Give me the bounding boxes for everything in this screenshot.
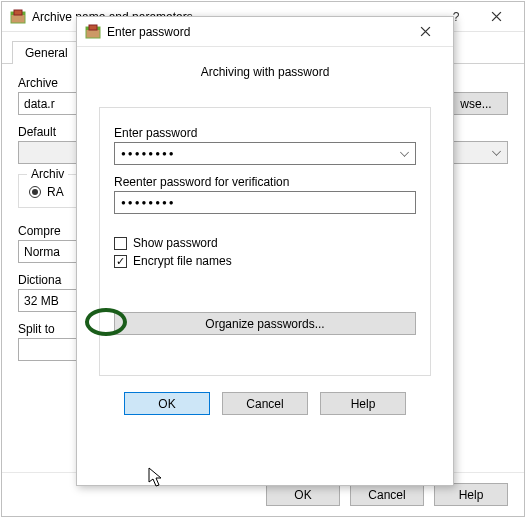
password-dialog: Enter password Archiving with password E…: [76, 16, 454, 486]
reenter-password-label: Reenter password for verification: [114, 175, 416, 189]
encrypt-filenames-checkbox[interactable]: ✓ Encrypt file names: [114, 254, 416, 268]
password-input[interactable]: ●●●●●●●●: [114, 142, 416, 165]
svg-rect-2: [14, 10, 22, 15]
password-group: Enter password ●●●●●●●● Reenter password…: [99, 107, 431, 376]
rar-label: RA: [47, 185, 64, 199]
dialog-titlebar: Enter password: [77, 17, 453, 47]
dialog-cancel-button[interactable]: Cancel: [222, 392, 308, 415]
dialog-help-button[interactable]: Help: [320, 392, 406, 415]
radio-dot-icon: [29, 186, 41, 198]
parent-ok-button[interactable]: OK: [266, 483, 340, 506]
dialog-ok-button[interactable]: OK: [124, 392, 210, 415]
enter-password-label: Enter password: [114, 126, 416, 140]
parent-cancel-button[interactable]: Cancel: [350, 483, 424, 506]
organize-passwords-button[interactable]: Organize passwords...: [114, 312, 416, 335]
winrar-icon: [85, 24, 101, 40]
archive-format-title: Archiv: [27, 167, 68, 181]
dialog-title: Enter password: [107, 25, 405, 39]
dialog-close-button[interactable]: [405, 18, 445, 46]
encrypt-filenames-label: Encrypt file names: [133, 254, 232, 268]
compression-value: Norma: [24, 245, 60, 259]
show-password-checkbox[interactable]: Show password: [114, 236, 416, 250]
close-icon: [491, 11, 502, 22]
archive-name-value: data.r: [24, 97, 55, 111]
dialog-button-row: OK Cancel Help: [77, 376, 453, 431]
dictionary-value: 32 MB: [24, 294, 59, 308]
parent-help-button[interactable]: Help: [434, 483, 508, 506]
password-verify-input[interactable]: ●●●●●●●●: [114, 191, 416, 214]
close-icon: [420, 26, 431, 37]
dialog-heading: Archiving with password: [99, 65, 431, 79]
show-password-label: Show password: [133, 236, 218, 250]
svg-rect-5: [89, 25, 97, 30]
tab-general[interactable]: General: [12, 41, 81, 64]
checkbox-icon: [114, 237, 127, 250]
checkbox-checked-icon: ✓: [114, 255, 127, 268]
winrar-icon: [10, 9, 26, 25]
close-button[interactable]: [476, 3, 516, 31]
